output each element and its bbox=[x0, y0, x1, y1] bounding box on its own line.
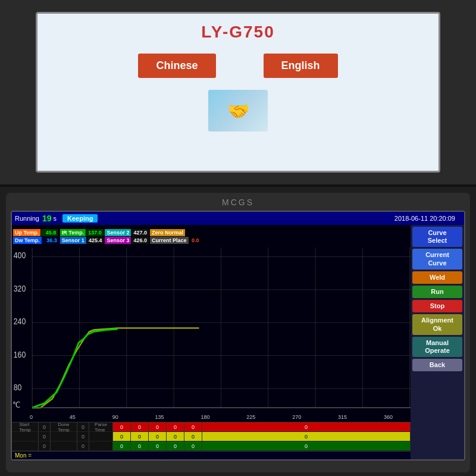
done-val-3: 0 bbox=[77, 441, 89, 450]
weld-button[interactable]: Weld bbox=[412, 271, 462, 284]
start-temp-header: StartTemp bbox=[12, 422, 39, 431]
x-label-225: 225 bbox=[246, 414, 255, 420]
x-label-135: 135 bbox=[155, 414, 164, 420]
data-val-3e: 0 bbox=[184, 441, 202, 450]
top-screen: LY-G750 Chinese English bbox=[36, 12, 440, 173]
status-datetime: 2018-06-11 20:20:09 bbox=[394, 215, 455, 222]
data-val-3b: 0 bbox=[131, 441, 149, 450]
sensor-row-2: IR Temp. 137.0 Sensor 1 425.4 bbox=[60, 229, 104, 244]
status-bar: Running 19 s Keeping 2018-06-11 20:20:09 bbox=[12, 212, 464, 225]
data-val-2b: 0 bbox=[131, 432, 149, 441]
mcgs-device: MCGS Running 19 s Keeping 2018-06-11 20:… bbox=[6, 193, 470, 472]
data-val-1d: 0 bbox=[184, 422, 202, 431]
x-label-0: 0 bbox=[30, 414, 33, 420]
stop-button[interactable]: Stop bbox=[412, 300, 462, 312]
x-label-270: 270 bbox=[292, 414, 301, 420]
current-place-item: Current Place 0.0 bbox=[150, 237, 201, 244]
done-val-2: 0 bbox=[77, 432, 89, 441]
mon-indicator: Mon = bbox=[15, 452, 32, 459]
lang-buttons: Chinese English bbox=[138, 54, 337, 78]
table-header-row: StartTemp 0 DoneTemp 0 ParseTime 0 0 0 0… bbox=[12, 422, 411, 432]
svg-text:320: 320 bbox=[14, 284, 26, 293]
done-temp-label-2 bbox=[51, 432, 77, 441]
done-temp-header: DoneTemp bbox=[51, 422, 77, 431]
sensor-row-1: Up Temp. 45.8 Dw Temp. 36.3 bbox=[13, 229, 59, 244]
sensor-row-4: Zero Normal Current Place 0.0 bbox=[150, 229, 201, 244]
done-val-1: 0 bbox=[77, 422, 89, 431]
x-label-360: 360 bbox=[384, 414, 393, 420]
sensor2-item: Sensor 2 427.0 bbox=[105, 229, 149, 236]
sensor3-item: Sensor 3 426.0 bbox=[105, 237, 149, 244]
data-val-2d: 0 bbox=[167, 432, 184, 441]
done-temp-label-3 bbox=[51, 441, 77, 450]
top-title: LY-G750 bbox=[201, 23, 274, 42]
graph-container: 400 320 240 160 80 ℃ bbox=[12, 248, 411, 412]
current-place-val: 0.0 bbox=[189, 237, 201, 244]
sensor3-label: Sensor 3 bbox=[105, 237, 131, 244]
status-running-label: Running bbox=[15, 215, 39, 222]
svg-text:160: 160 bbox=[14, 350, 26, 359]
parse-val-1: 0 bbox=[113, 422, 131, 431]
data-val-3d: 0 bbox=[167, 441, 184, 450]
manual-operate-button[interactable]: ManualOperate bbox=[412, 337, 462, 357]
sensor1-item: Sensor 1 425.4 bbox=[60, 237, 104, 244]
up-temp-val: 45.8 bbox=[41, 229, 58, 236]
curve-select-button[interactable]: CurveSelect bbox=[412, 227, 462, 247]
data-val-2a: 0 bbox=[113, 432, 131, 441]
run-button[interactable]: Run bbox=[412, 286, 462, 298]
bottom-section: MCGS Running 19 s Keeping 2018-06-11 20:… bbox=[0, 187, 476, 476]
back-button[interactable]: Back bbox=[412, 359, 462, 371]
data-val-1b: 0 bbox=[149, 422, 167, 431]
table-data-row-3: 0 0 0 0 0 0 0 0 bbox=[12, 441, 411, 451]
current-place-label: Current Place bbox=[150, 237, 189, 244]
status-keeping: Keeping bbox=[62, 214, 98, 223]
svg-text:80: 80 bbox=[14, 383, 22, 392]
start-temp-label-2 bbox=[12, 432, 39, 441]
x-label-90: 90 bbox=[112, 414, 118, 420]
hmi-screen: Running 19 s Keeping 2018-06-11 20:20:09… bbox=[11, 211, 465, 461]
up-temp-item: Up Temp. 45.8 bbox=[13, 229, 59, 236]
sensor3-val: 426.0 bbox=[131, 237, 149, 244]
data-val-3f: 0 bbox=[202, 441, 411, 450]
x-axis: 0 45 90 135 180 225 270 315 360 bbox=[12, 412, 411, 422]
chart-svg: 400 320 240 160 80 ℃ bbox=[12, 248, 411, 412]
sensor2-label: Sensor 2 bbox=[105, 229, 131, 236]
status-unit: s bbox=[54, 215, 57, 222]
start-val-3: 0 bbox=[39, 441, 51, 450]
english-button[interactable]: English bbox=[264, 54, 338, 78]
data-val-2f: 0 bbox=[202, 432, 411, 441]
parse-label-2 bbox=[89, 432, 113, 441]
dw-temp-val: 36.3 bbox=[42, 237, 59, 244]
sensor1-label: Sensor 1 bbox=[60, 237, 86, 244]
x-label-180: 180 bbox=[201, 414, 209, 420]
chart-area: Up Temp. 45.8 Dw Temp. 36.3 IR Temp. bbox=[12, 225, 411, 459]
data-val-3c: 0 bbox=[149, 441, 167, 450]
data-val-1e: 0 bbox=[202, 422, 411, 431]
data-val-3a: 0 bbox=[113, 441, 131, 450]
button-panel: CurveSelect CurrentCurve Weld Run Stop A… bbox=[411, 225, 464, 459]
ir-temp-label: IR Temp. bbox=[60, 229, 86, 236]
bottom-status: Mon = bbox=[12, 451, 411, 459]
parse-time-header: ParseTime bbox=[89, 422, 113, 431]
start-val-2: 0 bbox=[39, 432, 51, 441]
bottom-table: StartTemp 0 DoneTemp 0 ParseTime 0 0 0 0… bbox=[12, 422, 411, 451]
main-content: Up Temp. 45.8 Dw Temp. 36.3 IR Temp. bbox=[12, 225, 464, 459]
handshake-image bbox=[208, 90, 268, 131]
sensor-bar: Up Temp. 45.8 Dw Temp. 36.3 IR Temp. bbox=[12, 225, 411, 248]
status-count: 19 bbox=[42, 214, 52, 223]
chinese-button[interactable]: Chinese bbox=[138, 54, 215, 78]
table-data-row-2: 0 0 0 0 0 0 0 0 bbox=[12, 432, 411, 441]
parse-label-3 bbox=[89, 441, 113, 450]
current-curve-button[interactable]: CurrentCurve bbox=[412, 249, 462, 269]
svg-text:400: 400 bbox=[14, 251, 26, 261]
dw-temp-item: Dw Temp. 36.3 bbox=[13, 237, 59, 244]
alignment-ok-button[interactable]: AlignmentOk bbox=[412, 314, 462, 334]
zero-normal-label: Zero Normal bbox=[150, 229, 185, 236]
svg-text:240: 240 bbox=[14, 317, 26, 327]
ir-temp-item: IR Temp. 137.0 bbox=[60, 229, 104, 236]
svg-rect-0 bbox=[12, 248, 411, 412]
ir-temp-val: 137.0 bbox=[86, 229, 104, 236]
sensor1-val: 425.4 bbox=[87, 237, 104, 244]
top-section: LY-G750 Chinese English bbox=[0, 0, 476, 184]
x-label-45: 45 bbox=[70, 414, 76, 420]
